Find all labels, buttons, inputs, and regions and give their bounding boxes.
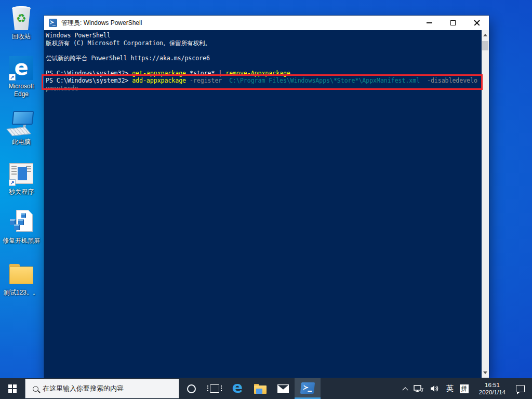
ime-language-label: 英 xyxy=(446,384,454,393)
close-button[interactable] xyxy=(465,16,489,30)
terminal-text-segment: -register xyxy=(190,77,222,84)
windows-logo-icon xyxy=(8,384,17,393)
terminal-text-segment: pmentmode xyxy=(46,85,78,92)
terminal-text-segment: Windows PowerShell xyxy=(46,32,111,39)
search-box[interactable]: 在这里输入你要搜索的内容 xyxy=(25,379,179,398)
terminal-text-segment: 版权所有 (C) Microsoft Corporation。保留所有权利。 xyxy=(46,39,211,47)
clock-time: 16:51 xyxy=(479,381,506,389)
task-view-button[interactable] xyxy=(203,378,226,399)
powershell-title-icon xyxy=(49,19,57,27)
desktop-icon-label: Microsoft Edge xyxy=(1,83,42,98)
powershell-taskbar-button[interactable] xyxy=(295,378,321,399)
taskbar: 在这里输入你要搜索的内容 e xyxy=(0,378,532,399)
clock-date: 2020/1/14 xyxy=(479,389,506,396)
window-title: 管理员: Windows PowerShell xyxy=(61,19,417,28)
maximize-icon xyxy=(450,20,456,25)
terminal-text-segment: 尝试新的跨平台 PowerShell https://aka.ms/pscore… xyxy=(46,55,210,62)
edge-icon: e xyxy=(232,380,243,395)
desktop-icon-fix-boot-black-screen[interactable]: 修复开机黑屏 xyxy=(1,209,42,245)
terminal-text-segment xyxy=(222,77,229,84)
terminal-line: 尝试新的跨平台 PowerShell https://aka.ms/pscore… xyxy=(46,55,482,62)
desktop-icon-label: 秒关程序 xyxy=(9,188,34,196)
terminal-line: PS C:\Windows\system32> get-appxpackage … xyxy=(46,70,482,77)
desktop-icon-seconds-close-app[interactable]: ↗秒关程序 xyxy=(1,161,42,196)
minimize-button[interactable] xyxy=(417,16,441,30)
chevron-up-icon xyxy=(402,387,408,393)
search-icon xyxy=(33,386,38,392)
file-explorer-icon xyxy=(254,384,267,394)
edge-taskbar-button[interactable]: e xyxy=(226,378,249,399)
terminal-text-segment: PS C:\Windows\system32> xyxy=(46,77,132,84)
scrollbar-thumb[interactable] xyxy=(482,41,488,50)
desktop-icon-label: 修复开机黑屏 xyxy=(3,237,40,245)
close-icon xyxy=(474,20,480,26)
desktop-icon-test-folder[interactable]: 测试123。。 xyxy=(1,261,42,297)
terminal-text-segment: add-appxpackage xyxy=(132,77,186,84)
terminal-line: Windows PowerShell xyxy=(46,32,482,39)
scroll-down-icon xyxy=(483,371,487,374)
recycle-bin-icon: ♻ xyxy=(11,6,31,30)
powershell-window: 管理员: Windows PowerShell Windows PowerShe… xyxy=(44,16,489,378)
terminal-text-segment xyxy=(420,77,427,84)
desktop-icon-label: 此电脑 xyxy=(12,138,31,146)
desktop-icon-recycle-bin[interactable]: ♻回收站 xyxy=(1,5,42,41)
registry-file-icon xyxy=(10,210,33,235)
shortcut-arrow-icon: ↗ xyxy=(9,179,16,186)
maximize-button[interactable] xyxy=(441,16,465,30)
terminal-line: 版权所有 (C) Microsoft Corporation。保留所有权利。 xyxy=(46,39,482,47)
scroll-up-button[interactable] xyxy=(482,31,489,39)
ime-mode-badge: 拼 xyxy=(460,384,469,393)
cortana-button[interactable] xyxy=(179,378,203,399)
folder-icon xyxy=(9,264,33,285)
volume-button[interactable] xyxy=(427,378,443,399)
desktop-icon-microsoft-edge[interactable]: e↗Microsoft Edge xyxy=(1,55,42,98)
action-center-icon xyxy=(516,385,525,392)
powershell-icon xyxy=(300,382,315,394)
network-button[interactable] xyxy=(410,378,427,399)
terminal-text-segment: PS C:\Windows\system32> xyxy=(46,70,132,77)
terminal-text-segment: get-appxpackage xyxy=(132,70,186,77)
terminal-text-segment: C:\Program Files\WindowsApps\*Store*\App… xyxy=(229,77,420,84)
network-icon xyxy=(414,384,424,393)
window-titlebar[interactable]: 管理员: Windows PowerShell xyxy=(44,16,489,30)
system-tray: 英 拼 16:51 2020/1/14 xyxy=(400,378,532,399)
cortana-icon xyxy=(187,384,196,393)
scrollbar[interactable] xyxy=(482,30,489,378)
this-pc-icon xyxy=(8,111,34,136)
start-button[interactable] xyxy=(0,378,25,399)
terminal-line xyxy=(46,47,482,55)
scroll-down-button[interactable] xyxy=(482,369,489,377)
scroll-up-icon xyxy=(483,34,487,36)
desktop-icon-area: ♻回收站e↗Microsoft Edge此电脑↗秒关程序修复开机黑屏测试123。… xyxy=(0,0,43,374)
clock-button[interactable]: 16:51 2020/1/14 xyxy=(472,378,513,399)
terminal-output[interactable]: Windows PowerShell版权所有 (C) Microsoft Cor… xyxy=(44,30,482,378)
terminal-text-segment: remove-Appxpackage xyxy=(225,70,290,77)
minimize-icon xyxy=(427,22,432,23)
terminal-text-segment: -disabledevelo xyxy=(427,77,477,84)
ime-mode-button[interactable]: 拼 xyxy=(457,378,472,399)
mail-icon xyxy=(277,384,289,393)
terminal-line: PS C:\Windows\system32> add-appxpackage … xyxy=(46,77,482,85)
search-placeholder: 在这里输入你要搜索的内容 xyxy=(43,384,124,393)
file-explorer-button[interactable] xyxy=(249,378,272,399)
mail-button[interactable] xyxy=(272,378,295,399)
volume-icon xyxy=(430,384,440,393)
desktop-icon-label: 测试123。。 xyxy=(4,289,39,297)
action-center-button[interactable] xyxy=(513,378,532,399)
terminal-text-segment: *store* | xyxy=(186,70,225,77)
task-view-icon xyxy=(210,384,219,393)
desktop-icon-label: 回收站 xyxy=(12,33,31,41)
desktop-icon-this-pc[interactable]: 此电脑 xyxy=(1,111,42,146)
terminal-line xyxy=(46,62,482,70)
tray-expand-button[interactable] xyxy=(400,378,410,399)
terminal-line: pmentmode xyxy=(46,85,482,92)
terminal-text-segment xyxy=(186,77,190,84)
ime-language-button[interactable]: 英 xyxy=(443,378,457,399)
shortcut-arrow-icon: ↗ xyxy=(9,74,16,81)
